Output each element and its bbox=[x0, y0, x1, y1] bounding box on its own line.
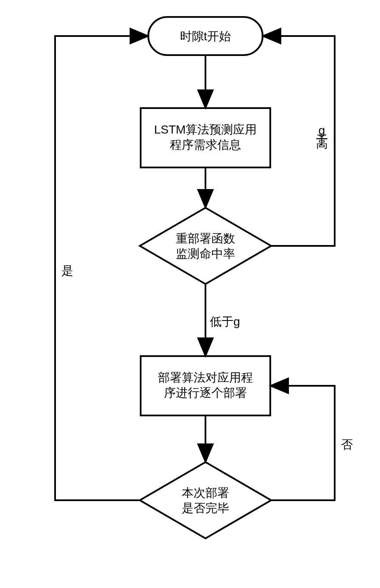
start-label: 时隙t开始 bbox=[180, 30, 231, 43]
decision2-text: 本次部署 是否完毕 bbox=[153, 485, 258, 516]
decision1-line1: 重部署函数 bbox=[176, 232, 235, 245]
decision2-line1: 本次部署 bbox=[182, 486, 229, 499]
no-text: 否 bbox=[341, 438, 353, 451]
yes-text: 是 bbox=[61, 264, 73, 277]
decision2-line2: 是否完毕 bbox=[182, 502, 229, 515]
process2-line2: 序进行逐个部署 bbox=[164, 386, 247, 399]
decision1-text: 重部署函数 监测命中率 bbox=[153, 231, 258, 262]
process1-line2: 程序需求信息 bbox=[170, 138, 241, 151]
start-text: 时隙t开始 bbox=[148, 29, 263, 44]
decision1-line2: 监测命中率 bbox=[176, 247, 235, 260]
process1-text: LSTM算法预测应用 程序需求信息 bbox=[141, 122, 270, 153]
no-label: 否 bbox=[341, 437, 353, 453]
higher-text: 高于g bbox=[315, 127, 328, 135]
process1-line1: LSTM算法预测应用 bbox=[154, 123, 257, 136]
process2-text: 部署算法对应用程 序进行逐个部署 bbox=[141, 370, 270, 401]
yes-label: 是 bbox=[61, 263, 73, 279]
lower-label: 低于g bbox=[210, 314, 240, 330]
lower-text: 低于g bbox=[210, 315, 240, 328]
higher-label: 高于g bbox=[313, 127, 330, 139]
process2-line1: 部署算法对应用程 bbox=[158, 371, 253, 384]
